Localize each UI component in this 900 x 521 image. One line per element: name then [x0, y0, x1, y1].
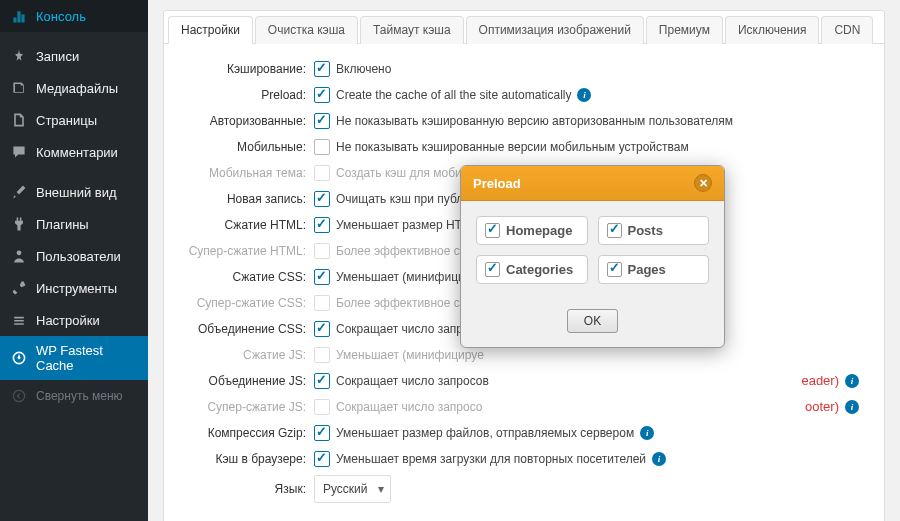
svg-point-0 — [17, 250, 22, 255]
info-icon[interactable]: i — [845, 400, 859, 414]
setting-desc: Включено — [336, 59, 391, 79]
sidebar-label: Инструменты — [36, 281, 138, 296]
setting-checkbox-combinecss[interactable] — [314, 321, 330, 337]
sidebar-label: Настройки — [36, 313, 138, 328]
close-icon[interactable]: ✕ — [694, 174, 712, 192]
collapse-menu[interactable]: Свернуть меню — [0, 380, 148, 412]
sidebar-item-comments[interactable]: Комментарии — [0, 136, 148, 168]
sidebar-label: Плагины — [36, 217, 138, 232]
setting-desc: Сокращает число запросо — [336, 397, 483, 417]
setting-label: Сжатие CSS: — [179, 267, 314, 287]
setting-label: Супер-сжатие CSS: — [179, 293, 314, 313]
setting-row-loggedin: Авторизованные:Не показывать кэшированну… — [179, 111, 859, 131]
settings-icon — [10, 311, 28, 329]
sidebar-label: Консоль — [36, 9, 138, 24]
setting-checkbox-gzip[interactable] — [314, 425, 330, 441]
preload-opt-homepage[interactable]: Homepage — [476, 216, 588, 245]
language-row: Язык:Русский — [179, 475, 859, 503]
setting-checkbox-newpost[interactable] — [314, 191, 330, 207]
setting-desc: Сокращает число запросов — [336, 371, 489, 391]
setting-desc: Не показывать кэшированные версии мобиль… — [336, 137, 689, 157]
setting-desc: Create the cache of all the site automat… — [336, 85, 571, 105]
media-icon — [10, 79, 28, 97]
setting-desc: Уменьшает время загрузки для повторных п… — [336, 449, 646, 469]
dashboard-icon — [10, 7, 28, 25]
modal-body: HomepagePostsCategoriesPages — [461, 201, 724, 299]
sidebar-item-settings[interactable]: Настройки — [0, 304, 148, 336]
setting-label: Кэш в браузере: — [179, 449, 314, 469]
preload-opt-label: Homepage — [506, 223, 572, 238]
tab-4[interactable]: Премиум — [646, 16, 723, 44]
sidebar-item-pages[interactable]: Страницы — [0, 104, 148, 136]
setting-checkbox-browsercache[interactable] — [314, 451, 330, 467]
info-icon[interactable]: i — [577, 88, 591, 102]
setting-label: Авторизованные: — [179, 111, 314, 131]
pin-icon — [10, 47, 28, 65]
info-icon[interactable]: i — [652, 452, 666, 466]
preload-checkbox[interactable] — [607, 262, 622, 277]
tab-2[interactable]: Таймаут кэша — [360, 16, 464, 44]
sidebar-item-wpfc[interactable]: WP Fastest Cache — [0, 336, 148, 380]
setting-checkbox-minifyhtml[interactable] — [314, 217, 330, 233]
setting-checkbox-combinejsplus — [314, 399, 330, 415]
setting-checkbox-loggedin[interactable] — [314, 113, 330, 129]
preload-opt-pages[interactable]: Pages — [598, 255, 710, 284]
warn-text: ooter) — [805, 397, 839, 417]
sidebar-label: Пользователи — [36, 249, 138, 264]
setting-checkbox-minifycss[interactable] — [314, 269, 330, 285]
setting-desc: Уменьшает (минифицируе — [336, 345, 484, 365]
setting-checkbox-combinejs[interactable] — [314, 373, 330, 389]
svg-point-2 — [13, 390, 24, 401]
setting-row-combinejsplus: Супер-сжатие JS:Сокращает число запросоo… — [179, 397, 859, 417]
setting-label: Мобильные: — [179, 137, 314, 157]
setting-checkbox-preload[interactable] — [314, 87, 330, 103]
sidebar-item-posts[interactable]: Записи — [0, 40, 148, 72]
setting-label: Сжатие HTML: — [179, 215, 314, 235]
tab-1[interactable]: Очистка кэша — [255, 16, 358, 44]
preload-opt-posts[interactable]: Posts — [598, 216, 710, 245]
ok-button[interactable]: OK — [567, 309, 618, 333]
tabs: НастройкиОчистка кэшаТаймаут кэшаОптимиз… — [164, 11, 884, 44]
setting-label: Сжатие JS: — [179, 345, 314, 365]
setting-label: Кэширование: — [179, 59, 314, 79]
setting-checkbox-minifyhtmlplus — [314, 243, 330, 259]
setting-row-mobile: Мобильные:Не показывать кэшированные вер… — [179, 137, 859, 157]
warn-text: eader) — [801, 371, 839, 391]
setting-checkbox-caching[interactable] — [314, 61, 330, 77]
setting-label: Объединение JS: — [179, 371, 314, 391]
tab-6[interactable]: CDN — [821, 16, 873, 44]
sidebar-label: Внешний вид — [36, 185, 138, 200]
brush-icon — [10, 183, 28, 201]
tab-3[interactable]: Оптимизация изображений — [466, 16, 644, 44]
sidebar-item-dashboard[interactable]: Консоль — [0, 0, 148, 32]
wpfc-icon — [10, 349, 28, 367]
lang-select[interactable]: Русский — [314, 475, 391, 503]
info-icon[interactable]: i — [640, 426, 654, 440]
setting-checkbox-minifyjs — [314, 347, 330, 363]
sidebar-item-plugins[interactable]: Плагины — [0, 208, 148, 240]
sidebar-item-users[interactable]: Пользователи — [0, 240, 148, 272]
preload-modal: Preload ✕ HomepagePostsCategoriesPages O… — [460, 165, 725, 348]
admin-sidebar: Консоль Записи Медиафайлы Страницы Комме… — [0, 0, 148, 521]
info-icon[interactable]: i — [845, 374, 859, 388]
preload-checkbox[interactable] — [607, 223, 622, 238]
sidebar-item-media[interactable]: Медиафайлы — [0, 72, 148, 104]
sidebar-item-tools[interactable]: Инструменты — [0, 272, 148, 304]
setting-label: Супер-сжатие HTML: — [179, 241, 314, 261]
setting-label: Компрессия Gzip: — [179, 423, 314, 443]
sidebar-label: Записи — [36, 49, 138, 64]
preload-opt-label: Categories — [506, 262, 573, 277]
setting-desc: Не показывать кэшированную версию автори… — [336, 111, 733, 131]
preload-opt-categories[interactable]: Categories — [476, 255, 588, 284]
setting-label: Объединение CSS: — [179, 319, 314, 339]
tab-5[interactable]: Исключения — [725, 16, 820, 44]
modal-titlebar[interactable]: Preload ✕ — [461, 166, 724, 201]
preload-checkbox[interactable] — [485, 223, 500, 238]
preload-checkbox[interactable] — [485, 262, 500, 277]
setting-checkbox-mobile[interactable] — [314, 139, 330, 155]
tab-0[interactable]: Настройки — [168, 16, 253, 44]
setting-row-browsercache: Кэш в браузере:Уменьшает время загрузки … — [179, 449, 859, 469]
user-icon — [10, 247, 28, 265]
preload-opt-label: Pages — [628, 262, 666, 277]
sidebar-item-appearance[interactable]: Внешний вид — [0, 176, 148, 208]
